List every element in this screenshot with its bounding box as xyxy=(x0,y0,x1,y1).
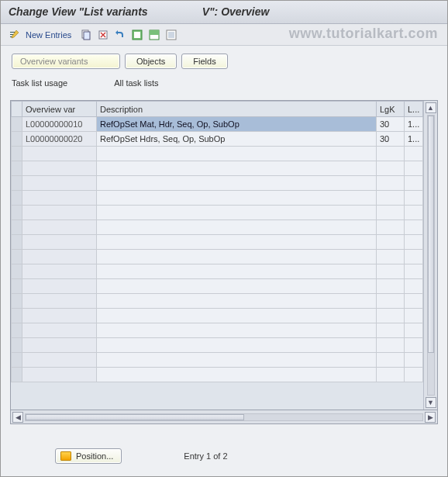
table-row-empty[interactable] xyxy=(12,206,423,220)
cell-l[interactable] xyxy=(405,191,423,206)
table-row-empty[interactable] xyxy=(12,176,423,191)
cell-overview-var[interactable] xyxy=(22,206,97,220)
cell-description[interactable] xyxy=(97,338,377,353)
cell-lgk[interactable] xyxy=(377,220,405,235)
vscroll-track[interactable] xyxy=(427,115,435,396)
table-row-empty[interactable] xyxy=(12,250,423,264)
row-selector[interactable] xyxy=(12,132,22,147)
cell-l[interactable] xyxy=(405,161,423,176)
cell-overview-var[interactable] xyxy=(22,191,97,206)
row-selector[interactable] xyxy=(12,147,22,161)
cell-lgk[interactable]: 30 xyxy=(377,117,405,132)
scroll-down-icon[interactable]: ▼ xyxy=(426,397,436,408)
cell-lgk[interactable] xyxy=(377,206,405,220)
cell-overview-var[interactable] xyxy=(22,235,97,250)
row-selector[interactable] xyxy=(12,220,22,235)
row-selector[interactable] xyxy=(12,235,22,250)
row-selector[interactable] xyxy=(12,323,22,338)
cell-l[interactable]: 1... xyxy=(405,117,423,132)
cell-lgk[interactable] xyxy=(377,309,405,323)
cell-description[interactable] xyxy=(97,323,377,338)
cell-l[interactable] xyxy=(405,176,423,191)
row-selector[interactable] xyxy=(12,264,22,279)
cell-description[interactable] xyxy=(97,309,377,323)
cell-l[interactable] xyxy=(405,264,423,279)
cell-description[interactable] xyxy=(97,294,377,309)
row-selector[interactable] xyxy=(12,161,22,176)
cell-description[interactable] xyxy=(97,264,377,279)
vscroll-thumb[interactable] xyxy=(428,116,434,353)
cell-overview-var[interactable] xyxy=(22,353,97,368)
cell-l[interactable] xyxy=(405,147,423,161)
row-selector[interactable] xyxy=(12,353,22,368)
table-row-empty[interactable] xyxy=(12,235,423,250)
col-header-overview-var[interactable]: Overview var xyxy=(22,102,97,117)
deselect-all-icon[interactable] xyxy=(164,28,178,42)
cell-description[interactable] xyxy=(97,206,377,220)
table-row[interactable]: L00000000020RefOpSet Hdrs, Seq, Op, SubO… xyxy=(12,132,423,147)
table-row-empty[interactable] xyxy=(12,220,423,235)
vertical-scrollbar[interactable]: ▲ ▼ xyxy=(423,101,437,410)
row-selector[interactable] xyxy=(12,117,22,132)
cell-overview-var[interactable] xyxy=(22,147,97,161)
cell-description[interactable] xyxy=(97,161,377,176)
cell-lgk[interactable] xyxy=(377,161,405,176)
col-header-lgk[interactable]: LgK xyxy=(377,102,405,117)
display-change-toggle-icon[interactable] xyxy=(7,28,21,42)
row-selector[interactable] xyxy=(12,338,22,353)
table-row[interactable]: L00000000010RefOpSet Mat, Hdr, Seq, Op, … xyxy=(12,117,423,132)
cell-description[interactable] xyxy=(97,176,377,191)
cell-lgk[interactable] xyxy=(377,338,405,353)
cell-lgk[interactable] xyxy=(377,176,405,191)
row-selector[interactable] xyxy=(12,191,22,206)
cell-l[interactable] xyxy=(405,323,423,338)
cell-description[interactable] xyxy=(97,235,377,250)
cell-overview-var[interactable] xyxy=(22,309,97,323)
horizontal-scrollbar[interactable]: ◀ ▶ xyxy=(10,410,438,424)
cell-l[interactable] xyxy=(405,235,423,250)
cell-overview-var[interactable] xyxy=(22,176,97,191)
select-all-icon[interactable] xyxy=(130,28,144,42)
col-header-description[interactable]: Description xyxy=(97,102,377,117)
cell-overview-var[interactable] xyxy=(22,279,97,294)
position-button[interactable]: Position... xyxy=(55,448,122,464)
row-selector[interactable] xyxy=(12,250,22,264)
cell-description[interactable] xyxy=(97,353,377,368)
cell-overview-var[interactable] xyxy=(22,368,97,382)
copy-as-icon[interactable] xyxy=(79,28,93,42)
tab-objects[interactable]: Objects xyxy=(125,54,177,69)
cell-l[interactable] xyxy=(405,220,423,235)
cell-lgk[interactable] xyxy=(377,147,405,161)
col-header-selector[interactable] xyxy=(12,102,22,117)
scroll-up-icon[interactable]: ▲ xyxy=(426,102,436,113)
cell-l[interactable] xyxy=(405,309,423,323)
table-row-empty[interactable] xyxy=(12,368,423,382)
table-row-empty[interactable] xyxy=(12,161,423,176)
hscroll-thumb[interactable] xyxy=(26,414,244,420)
scroll-left-icon[interactable]: ◀ xyxy=(12,412,23,423)
cell-description[interactable] xyxy=(97,220,377,235)
cell-l[interactable]: 1... xyxy=(405,132,423,147)
cell-description[interactable]: RefOpSet Hdrs, Seq, Op, SubOp xyxy=(97,132,377,147)
table-row-empty[interactable] xyxy=(12,147,423,161)
cell-l[interactable] xyxy=(405,294,423,309)
cell-lgk[interactable] xyxy=(377,368,405,382)
cell-l[interactable] xyxy=(405,279,423,294)
cell-overview-var[interactable] xyxy=(22,161,97,176)
hscroll-track[interactable] xyxy=(25,413,423,421)
cell-overview-var[interactable] xyxy=(22,323,97,338)
cell-lgk[interactable] xyxy=(377,191,405,206)
cell-description[interactable]: RefOpSet Mat, Hdr, Seq, Op, SubOp xyxy=(97,117,377,132)
cell-lgk[interactable] xyxy=(377,264,405,279)
undo-icon[interactable] xyxy=(113,28,127,42)
cell-lgk[interactable] xyxy=(377,250,405,264)
select-block-icon[interactable] xyxy=(147,28,161,42)
row-selector[interactable] xyxy=(12,206,22,220)
cell-overview-var[interactable]: L00000000020 xyxy=(22,132,97,147)
cell-overview-var[interactable] xyxy=(22,338,97,353)
cell-l[interactable] xyxy=(405,250,423,264)
row-selector[interactable] xyxy=(12,309,22,323)
cell-lgk[interactable] xyxy=(377,279,405,294)
row-selector[interactable] xyxy=(12,368,22,382)
cell-lgk[interactable] xyxy=(377,323,405,338)
